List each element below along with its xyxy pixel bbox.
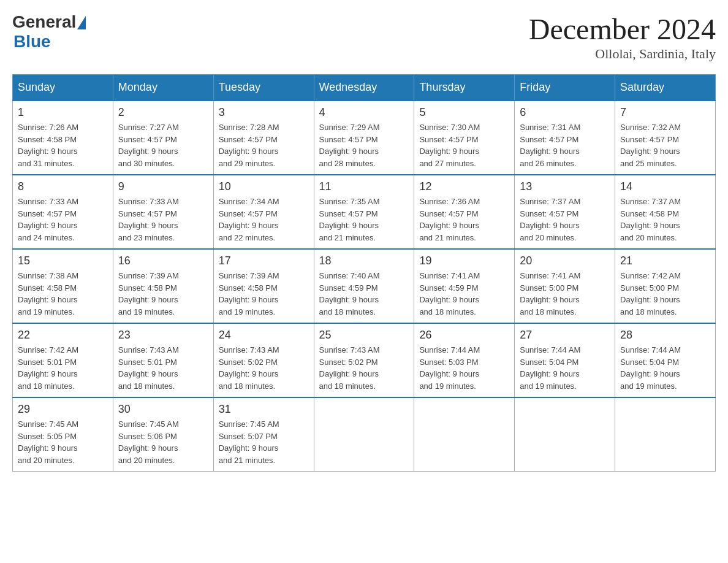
day-number: 19: [419, 255, 509, 267]
day-number: 23: [118, 329, 208, 342]
calendar-cell: 9 Sunrise: 7:33 AM Sunset: 4:57 PM Dayli…: [113, 175, 213, 249]
calendar-cell: 5 Sunrise: 7:30 AM Sunset: 4:57 PM Dayli…: [414, 101, 515, 175]
week-row-2: 8 Sunrise: 7:33 AM Sunset: 4:57 PM Dayli…: [13, 175, 716, 249]
weekday-header-thursday: Thursday: [414, 75, 515, 101]
day-info: Sunrise: 7:28 AM Sunset: 4:57 PM Dayligh…: [219, 121, 309, 169]
calendar-cell: 6 Sunrise: 7:31 AM Sunset: 4:57 PM Dayli…: [515, 101, 615, 175]
day-number: 30: [118, 403, 208, 416]
day-number: 22: [18, 329, 108, 342]
calendar-table: SundayMondayTuesdayWednesdayThursdayFrid…: [12, 74, 716, 472]
day-number: 13: [520, 180, 610, 193]
day-info: Sunrise: 7:34 AM Sunset: 4:57 PM Dayligh…: [219, 196, 309, 243]
calendar-cell: 28 Sunrise: 7:44 AM Sunset: 5:04 PM Dayl…: [615, 323, 716, 397]
day-number: 9: [118, 180, 208, 193]
calendar-cell: 21 Sunrise: 7:42 AM Sunset: 5:00 PM Dayl…: [615, 249, 716, 323]
day-info: Sunrise: 7:41 AM Sunset: 4:59 PM Dayligh…: [419, 270, 509, 318]
day-info: Sunrise: 7:44 AM Sunset: 5:04 PM Dayligh…: [520, 344, 610, 392]
calendar-cell: 16 Sunrise: 7:39 AM Sunset: 4:58 PM Dayl…: [113, 249, 213, 323]
page-header: General Blue December 2024 Ollolai, Sard…: [12, 12, 716, 62]
calendar-cell: 18 Sunrise: 7:40 AM Sunset: 4:59 PM Dayl…: [314, 249, 414, 323]
calendar-cell: 4 Sunrise: 7:29 AM Sunset: 4:57 PM Dayli…: [314, 101, 414, 175]
day-info: Sunrise: 7:40 AM Sunset: 4:59 PM Dayligh…: [319, 270, 409, 318]
calendar-cell: 10 Sunrise: 7:34 AM Sunset: 4:57 PM Dayl…: [213, 175, 314, 249]
day-info: Sunrise: 7:38 AM Sunset: 4:58 PM Dayligh…: [18, 270, 108, 318]
day-number: 28: [620, 329, 710, 342]
day-info: Sunrise: 7:37 AM Sunset: 4:58 PM Dayligh…: [620, 196, 710, 243]
weekday-header-wednesday: Wednesday: [314, 75, 414, 101]
calendar-cell: 2 Sunrise: 7:27 AM Sunset: 4:57 PM Dayli…: [113, 101, 213, 175]
month-title: December 2024: [529, 12, 716, 46]
weekday-header-tuesday: Tuesday: [213, 75, 314, 101]
day-info: Sunrise: 7:33 AM Sunset: 4:57 PM Dayligh…: [118, 196, 208, 243]
day-number: 1: [18, 106, 108, 119]
day-info: Sunrise: 7:42 AM Sunset: 5:01 PM Dayligh…: [18, 344, 108, 392]
logo-blue-text: Blue: [13, 32, 51, 52]
calendar-cell: 15 Sunrise: 7:38 AM Sunset: 4:58 PM Dayl…: [13, 249, 113, 323]
day-number: 18: [319, 255, 409, 267]
day-info: Sunrise: 7:27 AM Sunset: 4:57 PM Dayligh…: [118, 121, 208, 169]
calendar-cell: 29 Sunrise: 7:45 AM Sunset: 5:05 PM Dayl…: [13, 397, 113, 472]
day-info: Sunrise: 7:43 AM Sunset: 5:02 PM Dayligh…: [219, 344, 309, 392]
calendar-cell: 19 Sunrise: 7:41 AM Sunset: 4:59 PM Dayl…: [414, 249, 515, 323]
calendar-cell: 27 Sunrise: 7:44 AM Sunset: 5:04 PM Dayl…: [515, 323, 615, 397]
calendar-cell: 25 Sunrise: 7:43 AM Sunset: 5:02 PM Dayl…: [314, 323, 414, 397]
calendar-cell: 31 Sunrise: 7:45 AM Sunset: 5:07 PM Dayl…: [213, 397, 314, 472]
calendar-cell: 23 Sunrise: 7:43 AM Sunset: 5:01 PM Dayl…: [113, 323, 213, 397]
day-number: 31: [219, 403, 309, 416]
day-number: 21: [620, 255, 710, 267]
day-number: 4: [319, 106, 409, 119]
day-number: 6: [520, 106, 610, 119]
day-number: 29: [18, 403, 108, 416]
calendar-cell: 20 Sunrise: 7:41 AM Sunset: 5:00 PM Dayl…: [515, 249, 615, 323]
day-number: 15: [18, 255, 108, 267]
logo-general-text: General: [12, 12, 76, 32]
calendar-cell: 17 Sunrise: 7:39 AM Sunset: 4:58 PM Dayl…: [213, 249, 314, 323]
logo-triangle-icon: [77, 16, 86, 29]
week-row-4: 22 Sunrise: 7:42 AM Sunset: 5:01 PM Dayl…: [13, 323, 716, 397]
day-number: 5: [419, 106, 509, 119]
week-row-3: 15 Sunrise: 7:38 AM Sunset: 4:58 PM Dayl…: [13, 249, 716, 323]
calendar-cell: 30 Sunrise: 7:45 AM Sunset: 5:06 PM Dayl…: [113, 397, 213, 472]
day-number: 7: [620, 106, 710, 119]
day-number: 20: [520, 255, 610, 267]
location: Ollolai, Sardinia, Italy: [529, 46, 716, 62]
day-info: Sunrise: 7:35 AM Sunset: 4:57 PM Dayligh…: [319, 196, 409, 243]
day-info: Sunrise: 7:44 AM Sunset: 5:03 PM Dayligh…: [419, 344, 509, 392]
day-info: Sunrise: 7:31 AM Sunset: 4:57 PM Dayligh…: [520, 121, 610, 169]
weekday-header-sunday: Sunday: [13, 75, 113, 101]
calendar-cell: [314, 397, 414, 472]
day-info: Sunrise: 7:44 AM Sunset: 5:04 PM Dayligh…: [620, 344, 710, 392]
calendar-cell: 3 Sunrise: 7:28 AM Sunset: 4:57 PM Dayli…: [213, 101, 314, 175]
day-info: Sunrise: 7:30 AM Sunset: 4:57 PM Dayligh…: [419, 121, 509, 169]
day-number: 2: [118, 106, 208, 119]
calendar-cell: 22 Sunrise: 7:42 AM Sunset: 5:01 PM Dayl…: [13, 323, 113, 397]
calendar-cell: 12 Sunrise: 7:36 AM Sunset: 4:57 PM Dayl…: [414, 175, 515, 249]
day-info: Sunrise: 7:43 AM Sunset: 5:01 PM Dayligh…: [118, 344, 208, 392]
day-number: 8: [18, 180, 108, 193]
calendar-cell: 11 Sunrise: 7:35 AM Sunset: 4:57 PM Dayl…: [314, 175, 414, 249]
day-info: Sunrise: 7:45 AM Sunset: 5:06 PM Dayligh…: [118, 418, 208, 466]
weekday-header-row: SundayMondayTuesdayWednesdayThursdayFrid…: [13, 75, 716, 101]
day-info: Sunrise: 7:39 AM Sunset: 4:58 PM Dayligh…: [219, 270, 309, 318]
day-info: Sunrise: 7:29 AM Sunset: 4:57 PM Dayligh…: [319, 121, 409, 169]
calendar-cell: 7 Sunrise: 7:32 AM Sunset: 4:57 PM Dayli…: [615, 101, 716, 175]
calendar-cell: 14 Sunrise: 7:37 AM Sunset: 4:58 PM Dayl…: [615, 175, 716, 249]
day-number: 10: [219, 180, 309, 193]
day-info: Sunrise: 7:39 AM Sunset: 4:58 PM Dayligh…: [118, 270, 208, 318]
calendar-cell: [615, 397, 716, 472]
day-info: Sunrise: 7:36 AM Sunset: 4:57 PM Dayligh…: [419, 196, 509, 243]
day-number: 24: [219, 329, 309, 342]
day-info: Sunrise: 7:43 AM Sunset: 5:02 PM Dayligh…: [319, 344, 409, 392]
calendar-cell: 24 Sunrise: 7:43 AM Sunset: 5:02 PM Dayl…: [213, 323, 314, 397]
calendar-cell: 13 Sunrise: 7:37 AM Sunset: 4:57 PM Dayl…: [515, 175, 615, 249]
calendar-cell: 26 Sunrise: 7:44 AM Sunset: 5:03 PM Dayl…: [414, 323, 515, 397]
calendar-cell: [414, 397, 515, 472]
day-number: 11: [319, 180, 409, 193]
week-row-5: 29 Sunrise: 7:45 AM Sunset: 5:05 PM Dayl…: [13, 397, 716, 472]
day-number: 16: [118, 255, 208, 267]
day-number: 25: [319, 329, 409, 342]
weekday-header-saturday: Saturday: [615, 75, 716, 101]
day-number: 17: [219, 255, 309, 267]
day-info: Sunrise: 7:42 AM Sunset: 5:00 PM Dayligh…: [620, 270, 710, 318]
day-info: Sunrise: 7:26 AM Sunset: 4:58 PM Dayligh…: [18, 121, 108, 169]
